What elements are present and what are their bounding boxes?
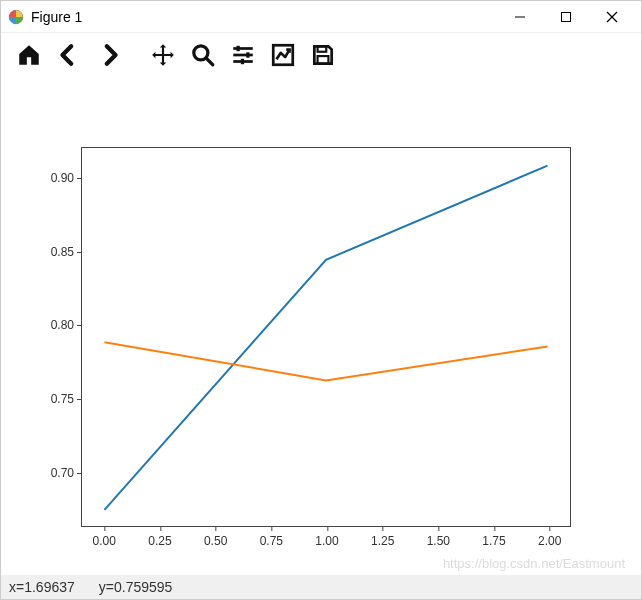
x-tick-label: 2.00 [538,526,561,548]
svg-rect-14 [318,46,327,51]
back-button[interactable] [51,37,87,73]
titlebar: Figure 1 [1,1,641,33]
x-tick-label: 1.50 [427,526,450,548]
x-tick-label: 1.25 [371,526,394,548]
series-line [104,166,547,510]
x-tick-label: 1.75 [482,526,505,548]
forward-button[interactable] [91,37,127,73]
move-icon [150,42,176,68]
minimize-button[interactable] [497,2,543,32]
svg-rect-8 [237,46,240,51]
home-icon [16,42,42,68]
save-icon [310,42,336,68]
zoom-icon [190,42,216,68]
app-icon [7,8,25,26]
x-tick-label: 1.00 [315,526,338,548]
status-x: x=1.69637 [9,579,75,595]
svg-rect-10 [246,52,249,57]
svg-line-6 [206,58,213,65]
back-icon [56,42,82,68]
edit-axes-button[interactable] [265,37,301,73]
configure-button[interactable] [225,37,261,73]
status-y: y=0.759595 [99,579,173,595]
x-tick-label: 0.50 [204,526,227,548]
forward-icon [96,42,122,68]
y-tick-label: 0.70 [51,466,82,480]
series-line [104,342,547,380]
x-tick-label: 0.00 [93,526,116,548]
pan-button[interactable] [145,37,181,73]
y-tick-label: 0.75 [51,392,82,406]
save-button[interactable] [305,37,341,73]
axes-edit-icon [270,42,296,68]
svg-rect-12 [241,59,244,64]
x-tick-label: 0.75 [260,526,283,548]
window-title: Figure 1 [31,9,82,25]
zoom-button[interactable] [185,37,221,73]
close-button[interactable] [589,2,635,32]
svg-rect-2 [562,12,571,21]
chart-lines [82,148,570,526]
maximize-button[interactable] [543,2,589,32]
plot-area: 0.700.750.800.850.900.000.250.500.751.00… [1,77,641,575]
x-tick-label: 0.25 [148,526,171,548]
y-tick-label: 0.85 [51,245,82,259]
chart-axes[interactable]: 0.700.750.800.850.900.000.250.500.751.00… [81,147,571,527]
y-tick-label: 0.80 [51,318,82,332]
statusbar: x=1.69637 y=0.759595 [1,575,641,599]
y-tick-label: 0.90 [51,171,82,185]
sliders-icon [230,42,256,68]
home-button[interactable] [11,37,47,73]
toolbar [1,33,641,77]
